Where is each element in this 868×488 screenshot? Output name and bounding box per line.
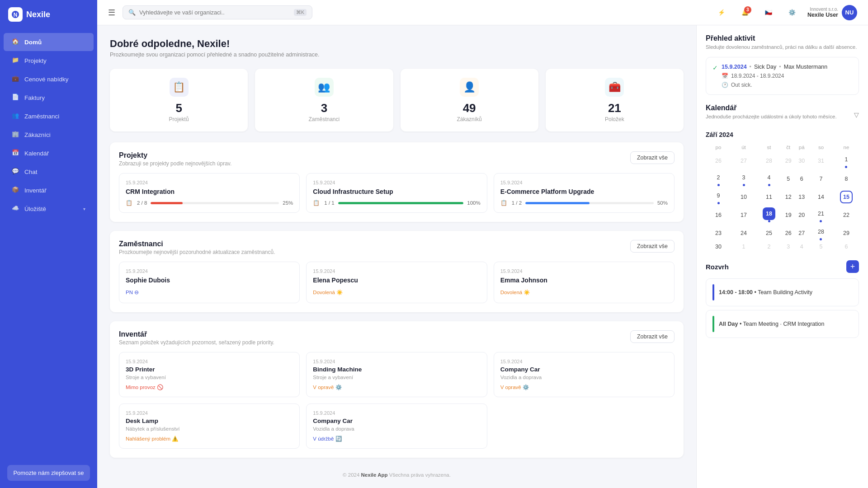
activity-secondary: 📅 18.9.2024 - 18.9.2024	[722, 73, 827, 79]
inventory-card[interactable]: 15.9.2024 Desk Lamp Nábytek a příslušens…	[119, 404, 300, 449]
calendar-day[interactable]: 1	[731, 242, 756, 251]
task-icon: 📋	[500, 200, 507, 206]
sidebar-nav: 🏠 Domů 📁 Projekty 💼 Cenové nabídky 📄 Fak…	[0, 29, 97, 458]
help-button[interactable]: Pomozte nám zlepšovat se	[7, 465, 90, 481]
employee-card[interactable]: 15.9.2024 Sophie Dubois PN ⊖	[119, 262, 300, 303]
calendar-filter-button[interactable]: ▽	[854, 111, 859, 118]
sidebar-item-uloziste[interactable]: ☁️ Úložiště ▾	[4, 200, 94, 218]
calendar-day[interactable]: 27	[731, 152, 756, 170]
emp-date: 15.9.2024	[126, 268, 293, 274]
uloziste-icon: ☁️	[12, 205, 20, 213]
calendar-day[interactable]: 18	[756, 206, 782, 224]
calendar-day[interactable]: 25	[756, 224, 782, 242]
calendar-day[interactable]: 19	[782, 206, 795, 224]
sidebar-item-projekty[interactable]: 📁 Projekty	[4, 52, 94, 70]
sidebar-label-domu: Domů	[24, 39, 42, 46]
calendar-day[interactable]: 28	[756, 152, 782, 170]
calendar-day[interactable]: 8	[834, 170, 859, 188]
projects-title: Projekty	[119, 151, 231, 160]
calendar-day[interactable]: 9	[706, 188, 731, 206]
calendar-day[interactable]: 12	[782, 188, 795, 206]
inventory-show-all[interactable]: Zobrazit vše	[630, 330, 675, 343]
inv-date: 15.9.2024	[500, 359, 668, 364]
sidebar-item-cenove-nabidky[interactable]: 💼 Cenové nabídky	[4, 70, 94, 88]
faktury-icon: 📄	[12, 94, 20, 102]
calendar-day[interactable]: 3	[731, 170, 756, 188]
employee-card[interactable]: 15.9.2024 Emma Johnson Dovolená ☀️	[494, 262, 675, 303]
menu-icon[interactable]: ☰	[108, 8, 115, 18]
calendar-day[interactable]: 17	[731, 206, 756, 224]
inventory-card[interactable]: 15.9.2024 Company Car Vozidla a doprava …	[494, 352, 675, 397]
calendar-day[interactable]: 26	[782, 224, 795, 242]
employees-show-all[interactable]: Zobrazit vše	[630, 240, 675, 253]
calendar-day[interactable]: 15	[834, 188, 859, 206]
calendar-day[interactable]: 10	[731, 188, 756, 206]
calendar-day[interactable]: 4	[795, 242, 808, 251]
calendar-day[interactable]: 16	[706, 206, 731, 224]
lightning-icon[interactable]: ⚡	[713, 5, 730, 21]
calendar-day[interactable]: 27	[795, 224, 808, 242]
user-info[interactable]: Innovent s.r.o. Nexile User NU	[807, 5, 857, 20]
calendar-day[interactable]: 22	[834, 206, 859, 224]
projects-show-all[interactable]: Zobrazit vše	[630, 151, 675, 164]
calendar-day[interactable]: 24	[731, 224, 756, 242]
activity-item: ✓ 15.9.2024 • Sick Day • Max Mustermann …	[712, 64, 852, 88]
calendar-day[interactable]: 30	[706, 242, 731, 251]
sidebar-item-faktury[interactable]: 📄 Faktury	[4, 89, 94, 107]
calendar-day[interactable]: 14	[808, 188, 834, 206]
calendar-day[interactable]: 11	[756, 188, 782, 206]
calendar-day[interactable]: 6	[795, 170, 808, 188]
project-card[interactable]: 15.9.2024 E-Commerce Platform Upgrade 📋 …	[494, 173, 675, 213]
sidebar-item-domu[interactable]: 🏠 Domů	[4, 33, 94, 51]
calendar-day[interactable]: 29	[834, 224, 859, 242]
calendar-day[interactable]: 29	[782, 152, 795, 170]
calendar-day[interactable]: 20	[795, 206, 808, 224]
calendar-day[interactable]: 3	[782, 242, 795, 251]
calendar-day[interactable]: 6	[834, 242, 859, 251]
settings-icon[interactable]: ⚙️	[784, 5, 800, 21]
user-company: Innovent s.r.o.	[807, 7, 838, 12]
calendar-day[interactable]: 1	[834, 152, 859, 170]
calendar-day[interactable]: 7	[808, 170, 834, 188]
calendar-day[interactable]: 5	[808, 242, 834, 251]
calendar-subtitle: Jednoduše procházejte událostmi a úkoly …	[706, 114, 837, 119]
sidebar-item-kalendar[interactable]: 📅 Kalendář	[4, 144, 94, 162]
flag-icon[interactable]: 🇨🇿	[760, 5, 777, 21]
notification-badge: 3	[744, 6, 751, 14]
calendar-day[interactable]: 30	[795, 152, 808, 170]
emp-name: Elena Popescu	[313, 277, 480, 284]
calendar-day[interactable]: 2	[756, 242, 782, 251]
projects-cards: 15.9.2024 CRM Integration 📋 2 / 8 25% 15…	[119, 173, 675, 213]
employees-header: Zaměstnanci Prozkoumejte nejnovější pozo…	[119, 240, 675, 255]
header: ☰ 🔍 ⌘K ⚡ 🔔 3 🇨🇿 ⚙️ Innovent s.r.o. Nexil…	[97, 0, 868, 25]
calendar-day[interactable]: 13	[795, 188, 808, 206]
calendar-day[interactable]: 26	[706, 152, 731, 170]
search-input[interactable]	[139, 9, 290, 16]
add-schedule-button[interactable]: +	[846, 260, 859, 273]
calendar-day[interactable]: 31	[808, 152, 834, 170]
inventory-card[interactable]: 15.9.2024 Binding Machine Stroje a vybav…	[306, 352, 487, 397]
notification-button[interactable]: 🔔 3	[737, 5, 753, 21]
footer-app-name: Nexile App	[361, 472, 388, 478]
calendar-day[interactable]: 28	[808, 224, 834, 242]
calendar-day[interactable]: 21	[808, 206, 834, 224]
inventory-card[interactable]: 15.9.2024 Company Car Vozidla a doprava …	[306, 404, 487, 449]
calendar-day[interactable]: 5	[782, 170, 795, 188]
project-card[interactable]: 15.9.2024 Cloud Infrastructure Setup 📋 1…	[306, 173, 487, 213]
sidebar-item-zamestnanci[interactable]: 👥 Zaměstnanci	[4, 107, 94, 125]
sidebar-item-inventar[interactable]: 📦 Inventář	[4, 181, 94, 199]
calendar-day[interactable]: 2	[706, 170, 731, 188]
cal-day-header: čt	[782, 143, 795, 152]
sidebar-item-chat[interactable]: 💬 Chat	[4, 163, 94, 181]
sidebar-item-zakaznici[interactable]: 🏢 Zákazníci	[4, 126, 94, 144]
sched-accent	[712, 316, 714, 332]
project-card[interactable]: 15.9.2024 CRM Integration 📋 2 / 8 25%	[119, 173, 300, 213]
page-title: Dobré odpoledne, Nexile!	[110, 38, 684, 50]
employee-card[interactable]: 15.9.2024 Elena Popescu Dovolená ☀️	[306, 262, 487, 303]
calendar-day[interactable]: 4	[756, 170, 782, 188]
logo[interactable]: N Nexile	[0, 0, 97, 29]
card-date: 15.9.2024	[500, 180, 668, 185]
inventory-card[interactable]: 15.9.2024 3D Printer Stroje a vybavení M…	[119, 352, 300, 397]
cal-day-header: ne	[834, 143, 859, 152]
calendar-day[interactable]: 23	[706, 224, 731, 242]
